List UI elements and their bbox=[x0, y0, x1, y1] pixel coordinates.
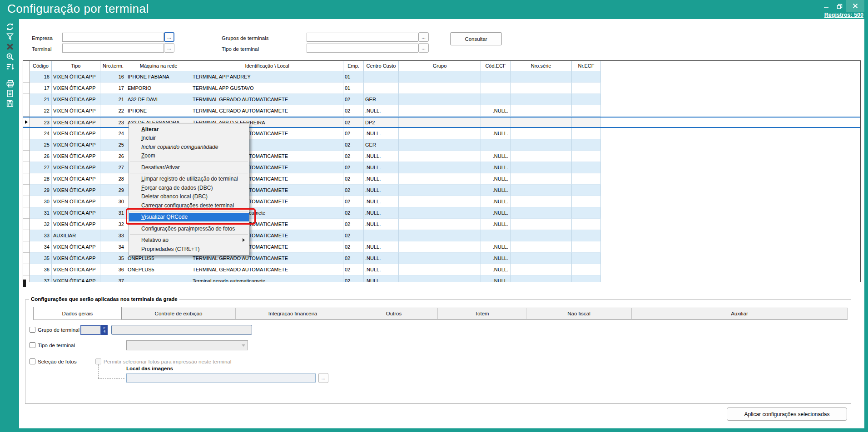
menu-item[interactable]: Limpar registro de utilização do termina… bbox=[129, 175, 249, 184]
column-header[interactable]: Nro.term. bbox=[100, 61, 126, 71]
cell: .NULL. bbox=[481, 196, 511, 207]
grid-scroll-mark[interactable] bbox=[23, 280, 26, 287]
empresa-input[interactable] bbox=[62, 33, 164, 42]
column-header[interactable]: Emp. bbox=[343, 61, 364, 71]
restore-button[interactable] bbox=[833, 2, 845, 11]
grupo-code-input[interactable] bbox=[80, 325, 101, 335]
cell: EMPORIO bbox=[126, 83, 191, 94]
menu-item[interactable]: Configurações para impressão de fotos bbox=[129, 224, 249, 233]
tipo-terminal-dropdown[interactable] bbox=[126, 340, 248, 350]
filter-button[interactable] bbox=[4, 32, 16, 42]
empresa-browse-button[interactable]: ... bbox=[164, 32, 174, 42]
grupo-desc-input[interactable] bbox=[111, 325, 252, 335]
tipo-terminal-input[interactable] bbox=[307, 44, 418, 53]
consultar-button[interactable]: Consultar bbox=[450, 32, 502, 45]
tab-3[interactable]: Integração financeira bbox=[236, 308, 350, 319]
cell bbox=[399, 196, 481, 207]
report-button[interactable] bbox=[4, 88, 16, 98]
cell: 02 bbox=[343, 219, 364, 230]
table-row[interactable]: 37VIXEN ÓTICA APP37Terminal gerado autom… bbox=[23, 275, 860, 282]
local-imagens-input[interactable] bbox=[126, 373, 316, 383]
column-header[interactable]: Nr.ECF bbox=[572, 61, 601, 71]
row-arrow-icon bbox=[25, 120, 28, 124]
cell bbox=[399, 253, 481, 264]
permitir-fotos-checkbox[interactable] bbox=[95, 358, 101, 364]
sync-button[interactable] bbox=[4, 22, 16, 32]
local-browse-button[interactable]: ... bbox=[318, 373, 328, 383]
table-row[interactable]: 16VIXEN ÓTICA APP16IPHONE FABIANATERMINA… bbox=[23, 71, 860, 83]
clear-filter-button[interactable] bbox=[4, 42, 16, 52]
cell: .NULL. bbox=[481, 275, 511, 282]
column-header[interactable]: Cód.ECF bbox=[481, 61, 511, 71]
cell: .NULL. bbox=[364, 241, 399, 253]
grupos-browse-button[interactable]: ... bbox=[418, 32, 429, 42]
grupo-terminal-checkbox[interactable] bbox=[30, 327, 35, 333]
cell: 22 bbox=[100, 105, 126, 117]
cell bbox=[511, 71, 572, 83]
column-header[interactable]: Centro Custo bbox=[364, 61, 399, 71]
menu-item[interactable]: Incluir copiando com quantidade bbox=[129, 142, 249, 152]
cell bbox=[511, 241, 572, 253]
terminal-browse-button[interactable]: ... bbox=[164, 43, 174, 53]
tab-4[interactable]: Outros bbox=[350, 308, 438, 319]
save-button[interactable] bbox=[4, 98, 16, 108]
row-indicator bbox=[23, 151, 30, 162]
cell: 31 bbox=[30, 207, 52, 219]
context-menu: AlterarIncluirIncluir copiando com quant… bbox=[129, 123, 249, 255]
cell: 02 bbox=[343, 139, 364, 151]
menu-item[interactable]: Forçar carga de dados (DBC) bbox=[129, 183, 249, 192]
column-header[interactable]: Máquina na rede bbox=[126, 61, 191, 71]
apply-button[interactable]: Aplicar configurações selecionadas bbox=[727, 407, 847, 421]
cell: 02 bbox=[343, 151, 364, 162]
cell: 32 bbox=[100, 219, 126, 230]
table-row[interactable]: 21VIXEN ÓTICA APP21A32 DE DAVITERMINAL G… bbox=[23, 94, 860, 105]
cell: IPHONE FABIANA bbox=[126, 71, 191, 83]
menu-item[interactable]: Incluir bbox=[129, 134, 249, 143]
tab-7[interactable]: Auxiliar bbox=[632, 308, 848, 319]
zoom-button[interactable] bbox=[4, 52, 16, 62]
tab-1[interactable]: Dados gerais bbox=[33, 307, 122, 319]
menu-item[interactable]: Alterar bbox=[129, 125, 249, 134]
cell bbox=[572, 196, 601, 207]
print-button[interactable] bbox=[4, 79, 16, 88]
cell bbox=[511, 253, 572, 264]
column-header[interactable]: Nro.série bbox=[511, 61, 572, 71]
table-row[interactable]: 36VIXEN ÓTICA APP36ONEPLUS5TERMINAL GERA… bbox=[23, 264, 860, 275]
selecao-fotos-checkbox[interactable] bbox=[30, 358, 35, 364]
tab-5[interactable]: Totem bbox=[438, 308, 526, 319]
grupos-label: Grupos de terminais bbox=[222, 35, 269, 41]
sort-button[interactable] bbox=[4, 62, 16, 72]
cell: DP2 bbox=[364, 118, 399, 127]
terminal-input[interactable] bbox=[62, 44, 164, 53]
menu-item[interactable]: Deletar o banco local (DBC) bbox=[129, 192, 249, 201]
title-bar: Configuração por terminal Registros: 500 bbox=[0, 0, 868, 19]
menu-item[interactable]: Desativar/Ativar bbox=[129, 163, 249, 172]
row-filler bbox=[601, 71, 860, 83]
menu-item[interactable]: Propriedades (CTRL+T) bbox=[129, 245, 249, 254]
column-header[interactable]: Identificação \ Local bbox=[191, 61, 343, 71]
tipo-browse-button[interactable]: ... bbox=[418, 43, 429, 53]
tab-2[interactable]: Controle de exibição bbox=[122, 308, 236, 319]
cell bbox=[399, 275, 481, 282]
cell: 02 bbox=[343, 264, 364, 275]
grupos-input[interactable] bbox=[307, 33, 418, 42]
row-filler bbox=[601, 94, 860, 105]
window-title: Configuração por terminal bbox=[7, 2, 149, 16]
cell bbox=[399, 241, 481, 253]
cell bbox=[481, 71, 511, 83]
tab-6[interactable]: Não fiscal bbox=[526, 308, 632, 319]
table-row[interactable]: 17VIXEN ÓTICA APP17EMPORIOTERMINAL APP G… bbox=[23, 83, 860, 94]
tipo-terminal-checkbox[interactable] bbox=[30, 342, 35, 348]
cell: 24 bbox=[30, 128, 52, 139]
menu-item[interactable]: Relativo ao bbox=[129, 236, 249, 245]
registros-link[interactable]: Registros: 500 bbox=[824, 12, 863, 18]
menu-item[interactable]: Zoom bbox=[129, 152, 249, 161]
f4-lookup-badge[interactable]: F4 bbox=[101, 325, 108, 335]
column-header[interactable]: Grupo bbox=[399, 61, 481, 71]
table-row[interactable]: 22VIXEN ÓTICA APP22IPHONETERMINAL GERADO… bbox=[23, 105, 860, 117]
close-button[interactable] bbox=[846, 0, 864, 12]
column-header[interactable]: Tipo bbox=[52, 61, 100, 71]
minimize-button[interactable] bbox=[820, 2, 832, 11]
column-header[interactable]: Código bbox=[30, 61, 52, 71]
cell: TERMINAL APP ANDREY bbox=[191, 71, 343, 83]
